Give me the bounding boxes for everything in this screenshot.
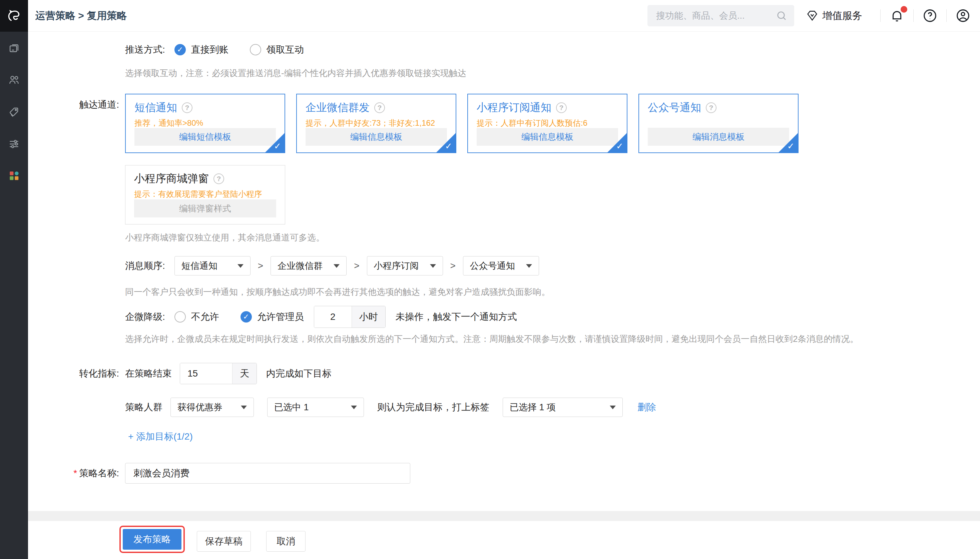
channels-label: 触达通道: bbox=[28, 98, 119, 111]
chevron-down-icon bbox=[351, 405, 357, 409]
app-grid-icon bbox=[8, 169, 20, 182]
tag-icon bbox=[8, 106, 20, 118]
order-separator: > bbox=[258, 260, 263, 271]
required-mark: * bbox=[73, 468, 77, 478]
goal-metric-value: 获得优惠券 bbox=[177, 401, 223, 413]
top-header: 运营策略 > 复用策略 增值服务 bbox=[28, 0, 980, 32]
chevron-down-icon bbox=[430, 264, 436, 268]
channels-note: 小程序商城弹窗仅独立使用，其余消息通道可多选。 bbox=[28, 232, 980, 243]
help-icon[interactable]: ? bbox=[182, 103, 192, 113]
radio-direct-credit[interactable] bbox=[174, 44, 186, 55]
card-title-row: 企业微信群发 ? bbox=[306, 100, 447, 115]
help-icon[interactable]: ? bbox=[706, 103, 717, 113]
conversion-days-input[interactable] bbox=[180, 363, 232, 384]
strategy-name-row: *策略名称: bbox=[28, 463, 980, 484]
help-button[interactable] bbox=[922, 8, 938, 23]
channel-card-wecom[interactable]: 企业微信群发 ? 提示，人群中好友:73；非好友:1,162 编辑信息模板 bbox=[296, 94, 456, 153]
radio-direct-credit-label[interactable]: 直接到账 bbox=[191, 43, 228, 56]
add-goal-row: + 添加目标(1/2) bbox=[28, 430, 980, 443]
goal-tag-select[interactable]: 已选择 1 项 bbox=[503, 398, 623, 417]
edit-subscribe-template-button[interactable]: 编辑信息模板 bbox=[477, 128, 618, 146]
sidebar-item-pages[interactable] bbox=[0, 32, 28, 64]
order-select-3[interactable]: 小程序订阅 bbox=[367, 256, 443, 276]
wecom-downgrade-note: 选择允许时，企微成员未在规定时间执行发送，则依次自动触发所选的下一个通知方式。注… bbox=[28, 333, 980, 345]
help-icon[interactable]: ? bbox=[374, 103, 385, 113]
notifications-button[interactable] bbox=[889, 8, 905, 23]
card-title: 公众号通知 bbox=[648, 100, 701, 115]
card-title: 小程序商城弹窗 bbox=[134, 172, 209, 186]
radio-disallow-label[interactable]: 不允许 bbox=[191, 311, 219, 323]
push-method-label: 推送方式: bbox=[125, 43, 165, 56]
help-icon[interactable]: ? bbox=[213, 174, 224, 184]
sidebar-item-apps[interactable] bbox=[0, 160, 28, 192]
conversion-suffix: 内完成如下目标 bbox=[266, 367, 332, 380]
channel-card-miniprogram-subscribe[interactable]: 小程序订阅通知 ? 提示：人群中有订阅人数预估:6 编辑信息模板 bbox=[467, 94, 628, 153]
edit-oa-template-button[interactable]: 编辑消息模板 bbox=[648, 128, 789, 146]
publish-button[interactable]: 发布策略 bbox=[123, 529, 182, 550]
radio-claim-interact[interactable] bbox=[250, 44, 261, 55]
channels-row: 触达通道: 短信通知 ? 推荐，通知率>80% 编辑短信模板 企业微信群发 ? bbox=[28, 94, 980, 153]
search-icon[interactable] bbox=[775, 10, 788, 22]
radio-claim-interact-label[interactable]: 领取互动 bbox=[266, 43, 304, 56]
push-method-hint: 选择领取互动，注意：必须设置推送消息-编辑个性化内容并插入优惠券领取链接实现触达 bbox=[28, 67, 980, 79]
logo[interactable] bbox=[0, 0, 28, 32]
sidebar-nav bbox=[0, 32, 28, 192]
card-hint: 提示：有效展现需要客户登陆小程序 bbox=[134, 189, 276, 200]
header-divider bbox=[913, 9, 914, 22]
save-draft-button[interactable]: 保存草稿 bbox=[197, 531, 251, 552]
publish-highlight-box: 发布策略 bbox=[119, 526, 185, 553]
help-icon[interactable]: ? bbox=[556, 103, 567, 113]
search-input[interactable] bbox=[648, 5, 794, 26]
downgrade-hours-input[interactable] bbox=[314, 306, 352, 327]
sidebar-item-marketing[interactable] bbox=[0, 96, 28, 128]
card-title-row: 短信通知 ? bbox=[134, 100, 276, 115]
account-button[interactable] bbox=[955, 8, 971, 23]
chevron-down-icon bbox=[241, 405, 247, 409]
edit-sms-template-button[interactable]: 编辑短信模板 bbox=[134, 128, 276, 146]
sliders-icon bbox=[8, 137, 20, 150]
goal-metric-select[interactable]: 获得优惠券 bbox=[170, 398, 254, 417]
strategy-name-label: *策略名称: bbox=[28, 467, 119, 480]
sidebar-item-settings[interactable] bbox=[0, 128, 28, 160]
order-select-2[interactable]: 企业微信群 bbox=[271, 256, 347, 276]
goal-count-select[interactable]: 已选中 1 bbox=[267, 398, 364, 417]
popup-card-row: 小程序商城弹窗 ? 提示：有效展现需要客户登陆小程序 编辑弹窗样式 bbox=[28, 165, 980, 225]
card-title-row: 小程序订阅通知 ? bbox=[477, 100, 618, 115]
conversion-label: 转化指标: bbox=[28, 367, 119, 380]
goal-middle-text: 则认为完成目标，打上标签 bbox=[377, 401, 489, 413]
vas-label: 增值服务 bbox=[822, 9, 862, 23]
delete-goal-link[interactable]: 删除 bbox=[638, 401, 656, 413]
channel-card-sms[interactable]: 短信通知 ? 推荐，通知率>80% 编辑短信模板 bbox=[125, 94, 285, 153]
strategy-name-input[interactable] bbox=[125, 463, 410, 484]
sidebar-item-members[interactable] bbox=[0, 64, 28, 96]
radio-allow-admin[interactable] bbox=[241, 311, 252, 322]
order-select-1[interactable]: 短信通知 bbox=[174, 256, 251, 276]
chevron-down-icon bbox=[526, 264, 532, 268]
edit-wecom-template-button[interactable]: 编辑信息模板 bbox=[306, 128, 447, 146]
push-method-row: 推送方式: 直接到账 领取互动 bbox=[28, 43, 980, 57]
selected-check-icon bbox=[265, 133, 284, 152]
edit-popup-style-button[interactable]: 编辑弹窗样式 bbox=[134, 200, 276, 217]
chevron-down-icon bbox=[334, 264, 340, 268]
radio-allow-admin-label[interactable]: 允许管理员 bbox=[257, 311, 304, 323]
card-title: 企业微信群发 bbox=[306, 100, 370, 115]
app: 运营策略 > 复用策略 增值服务 bbox=[0, 0, 980, 559]
header-divider bbox=[946, 9, 947, 22]
add-goal-link[interactable]: + 添加目标(1/2) bbox=[128, 431, 193, 442]
order-select-4-value: 公众号通知 bbox=[470, 260, 515, 272]
order-select-4[interactable]: 公众号通知 bbox=[463, 256, 539, 276]
order-separator: > bbox=[450, 260, 456, 271]
message-order-note: 同一个客户只会收到一种通知，按顺序触达成功即不会再进行其他选项的触达，避免对客户… bbox=[28, 286, 980, 298]
footer-actions: 发布策略 保存草稿 取消 bbox=[28, 521, 980, 559]
card-hint: 提示，人群中好友:73；非好友:1,162 bbox=[306, 118, 447, 128]
breadcrumb[interactable]: 运营策略 > 复用策略 bbox=[35, 9, 127, 23]
downgrade-suffix: 未操作，触发下一个通知方式 bbox=[396, 311, 517, 323]
vas-button[interactable]: 增值服务 bbox=[806, 9, 862, 23]
channel-card-mall-popup[interactable]: 小程序商城弹窗 ? 提示：有效展现需要客户登陆小程序 编辑弹窗样式 bbox=[125, 165, 285, 225]
cancel-button[interactable]: 取消 bbox=[266, 531, 306, 552]
card-title: 小程序订阅通知 bbox=[477, 100, 551, 115]
radio-disallow[interactable] bbox=[174, 311, 186, 322]
channel-card-official-account[interactable]: 公众号通知 ? 编辑消息模板 bbox=[638, 94, 798, 153]
user-circle-icon bbox=[955, 8, 971, 23]
pages-icon bbox=[8, 41, 20, 54]
